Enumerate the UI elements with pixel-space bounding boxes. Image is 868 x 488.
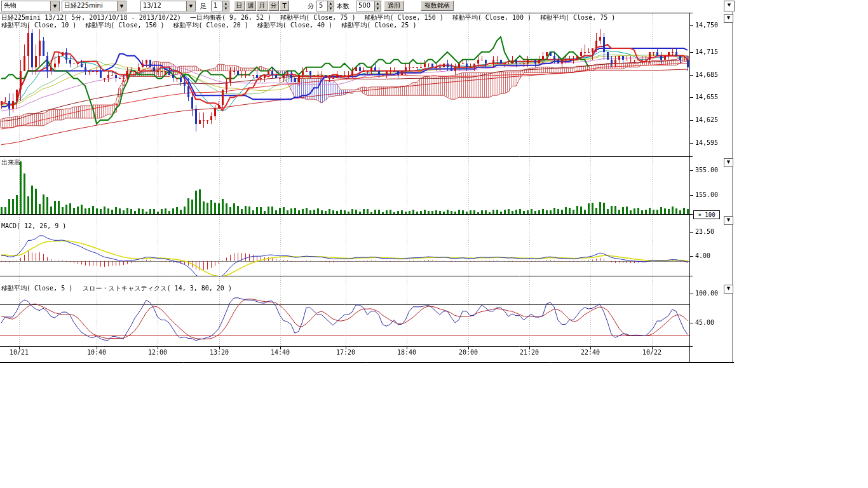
spin-down-icon: ▼ (375, 6, 381, 11)
interval-spinner[interactable]: 5 ▲▼ (316, 1, 334, 11)
unit-minute-button[interactable]: 分 (268, 1, 279, 11)
x-axis-label: 14:40 (271, 349, 290, 356)
legend-item: 一目均衡表( 9, 26, 52 ) (190, 14, 271, 21)
y-axis-label: 45.00 (695, 319, 714, 326)
x-axis-label: 18:40 (397, 349, 416, 356)
legend-item: 移動平均( Close, 20 ) (173, 22, 248, 29)
multi-symbol-button[interactable]: 複数銘柄 (421, 1, 454, 11)
chevron-down-icon[interactable]: ▼ (50, 1, 59, 11)
apply-button[interactable]: 適用 (384, 1, 404, 11)
stoch-pane-label: スロー・ストキャスティクス( 14, 3, 80, 20 ) (83, 284, 232, 293)
instrument-type-select[interactable]: 先物 ▼ (1, 1, 60, 11)
x-axis-label: 10:40 (87, 349, 106, 356)
spinner-arrows[interactable]: ▲▼ (374, 1, 381, 11)
spin-up-icon: ▲ (328, 1, 334, 6)
y-axis-label: 14,750 (695, 22, 718, 29)
y-axis-label: 4.00 (695, 252, 710, 259)
spinner-arrows[interactable]: ▲▼ (222, 1, 229, 11)
legend-item: 移動平均( Close, 150 ) (85, 22, 164, 29)
price-pane-dropdown-button[interactable]: ▼ (724, 14, 733, 23)
instrument-type-value: 先物 (2, 1, 50, 11)
chart-canvas[interactable] (0, 0, 737, 365)
legend-item: 移動平均( Close, 25 ) (341, 22, 416, 29)
x-axis-label: 12:00 (148, 349, 167, 356)
unit-day-button[interactable]: 日 (234, 1, 245, 11)
x-axis-label: 10/21 (10, 349, 29, 356)
bar-type-label: 足 (200, 2, 207, 11)
macd-pane-label: MACD( 12, 26, 9 ) (1, 222, 66, 229)
chart-legend-row2: 移動平均( Close, 10 )移動平均( Close, 150 )移動平均(… (1, 21, 425, 30)
x-axis-label: 17:20 (336, 349, 355, 356)
spinner-arrows[interactable]: ▲▼ (327, 1, 334, 11)
legend-item: 移動平均( Close, 100 ) (452, 14, 531, 21)
y-axis-label: 14,655 (695, 93, 718, 100)
y-axis-label: 14,685 (695, 71, 718, 78)
x-axis-label: 20:00 (459, 349, 478, 356)
spin-up-icon: ▲ (375, 1, 381, 6)
volume-pane-label: 出来高 (1, 158, 20, 167)
stoch-pane-dropdown-button[interactable]: ▼ (724, 285, 733, 294)
macd-pane-dropdown-button[interactable]: ▼ (724, 216, 733, 225)
legend-item: 移動平均( Close, 75 ) (280, 14, 355, 21)
chevron-down-icon[interactable]: ▼ (186, 1, 195, 11)
y-axis-label: 355.00 (695, 166, 718, 173)
contract-month-select[interactable]: 13/12 ▼ (140, 1, 196, 11)
unit-week-button[interactable]: 週 (245, 1, 256, 11)
x-axis-label: 22:40 (581, 349, 600, 356)
y-axis-label: 23.50 (695, 228, 714, 235)
volume-multiplier-label: × 100 (693, 210, 720, 219)
spin-up-icon: ▲ (223, 1, 229, 6)
window-dropdown-button[interactable]: ▼ (724, 1, 735, 11)
stoch-ma-label: 移動平均( Close, 5 ) (1, 284, 72, 293)
instrument-select[interactable]: 日経225mini ▼ (62, 1, 126, 11)
volume-pane-dropdown-button[interactable]: ▼ (724, 158, 733, 167)
toolbar: 先物 ▼ 日経225mini ▼ 13/12 ▼ 足 1 ▲▼ 日 週 月 分 … (0, 0, 868, 12)
interval-value: 5 (317, 1, 327, 11)
x-axis-label: 10/22 (642, 349, 661, 356)
chevron-down-icon[interactable]: ▼ (117, 1, 126, 11)
count-spinner[interactable]: 500 ▲▼ (356, 1, 381, 11)
trading-chart-window: 先物 ▼ 日経225mini ▼ 13/12 ▼ 足 1 ▲▼ 日 週 月 分 … (0, 0, 868, 488)
legend-item: 移動平均( Close, 10 ) (1, 22, 76, 29)
instrument-value: 日経225mini (62, 1, 117, 11)
legend-item: 移動平均( Close, 150 ) (364, 14, 443, 21)
y-axis-label: 14,595 (695, 139, 718, 146)
x-axis-label: 13:20 (210, 349, 229, 356)
contract-month-value: 13/12 (141, 1, 186, 11)
y-axis-label: 155.00 (695, 191, 718, 198)
unit-label: 分 (308, 2, 314, 11)
y-axis-label: 14,715 (695, 48, 718, 55)
legend-item: 日経225mini 13/12( 5分, 2013/10/18 - 2013/1… (1, 14, 181, 21)
count-value: 500 (356, 1, 374, 11)
y-axis-label: 100.00 (695, 290, 718, 297)
y-axis-label: 14,625 (695, 116, 718, 123)
x-axis-label: 21:20 (520, 349, 539, 356)
count-label: 本数 (337, 2, 349, 11)
bar-count-spinner[interactable]: 1 ▲▼ (211, 1, 229, 11)
legend-item: 移動平均( Close, 40 ) (257, 22, 332, 29)
legend-item: 移動平均( Close, 75 ) (540, 14, 615, 21)
unit-month-button[interactable]: 月 (257, 1, 268, 11)
spin-down-icon: ▼ (328, 6, 334, 11)
unit-tick-button[interactable]: T (280, 1, 289, 11)
spin-down-icon: ▼ (223, 6, 229, 11)
bar-count-value: 1 (212, 1, 222, 11)
